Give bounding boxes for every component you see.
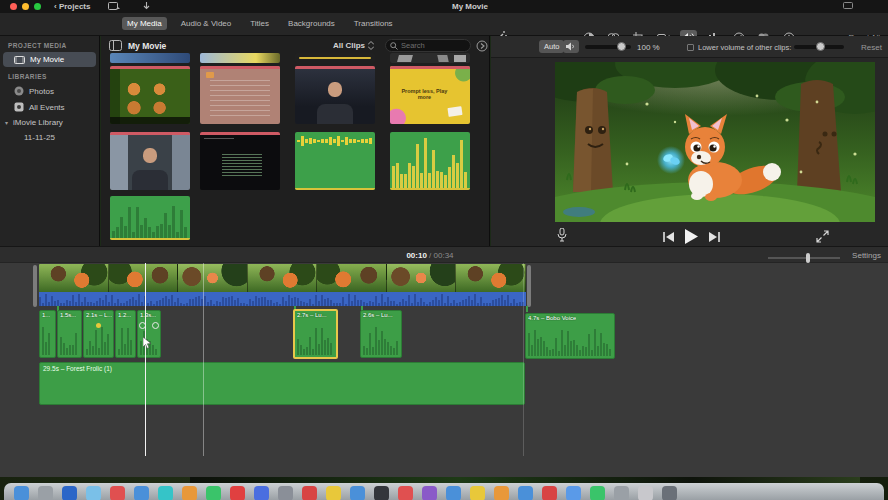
minimize-window-button[interactable] [22, 3, 29, 10]
media-thumb-partial[interactable] [295, 53, 375, 63]
media-thumb-audio[interactable] [295, 132, 375, 190]
dock-app-icon[interactable] [302, 486, 317, 500]
dock-app-icon[interactable] [350, 486, 365, 500]
sidebar-item-photos[interactable]: Photos [0, 83, 99, 99]
zoom-window-button[interactable] [34, 3, 41, 10]
dock-app-icon[interactable] [398, 486, 413, 500]
audio-clip[interactable]: 2.1s – L... [83, 310, 114, 358]
chevron-down-icon[interactable]: ▾ [5, 119, 8, 126]
next-frame-button[interactable] [709, 232, 720, 242]
fade-handle[interactable] [152, 322, 159, 329]
dock-icons[interactable] [14, 486, 677, 500]
timeline-settings-button[interactable]: Settings [852, 251, 881, 260]
mute-button[interactable] [563, 40, 579, 53]
dock-app-icon[interactable] [230, 486, 245, 500]
dock-app-icon[interactable] [470, 486, 485, 500]
download-arrow-icon[interactable] [142, 2, 151, 11]
dock-app-icon[interactable] [278, 486, 293, 500]
dock-app-icon[interactable] [494, 486, 509, 500]
browser-options-icon[interactable] [476, 40, 488, 52]
reset-button[interactable]: Reset [861, 43, 882, 52]
dock-app-icon[interactable] [326, 486, 341, 500]
media-thumb-talking-head[interactable] [295, 66, 375, 124]
search-field[interactable] [385, 39, 471, 52]
audio-clip[interactable]: 2.6s – Lu... [360, 310, 402, 358]
media-thumb-audio[interactable] [110, 196, 190, 240]
dock-app-icon[interactable] [254, 486, 269, 500]
music-clip[interactable]: 29.5s – Forest Frolic (1) [39, 362, 525, 405]
sidebar-item-my-movie[interactable]: My Movie [3, 52, 96, 67]
dock-app-icon[interactable] [182, 486, 197, 500]
all-clips-dropdown[interactable]: All Clips [333, 41, 374, 50]
tab-audio-video[interactable]: Audio & Video [176, 17, 237, 30]
media-thumb-terminal[interactable] [200, 132, 280, 190]
previous-frame-button[interactable] [663, 232, 674, 242]
fullscreen-icon[interactable] [816, 230, 829, 243]
dock-app-icon[interactable] [86, 486, 101, 500]
audio-clip-selected[interactable]: 2.7s – Lu... [293, 309, 338, 359]
lower-volume-knob[interactable] [816, 42, 825, 51]
tab-transitions[interactable]: Transitions [349, 17, 398, 30]
timeline-zoom-knob[interactable] [806, 253, 810, 263]
timeline-zoom-slider[interactable] [768, 257, 840, 259]
tab-backgrounds[interactable]: Backgrounds [283, 17, 340, 30]
close-window-button[interactable] [10, 3, 17, 10]
dock-app-icon[interactable] [446, 486, 461, 500]
timeline[interactable]: 1... 1.5s... 2.1s – L... 1.2... 1.3s... … [0, 263, 888, 477]
sidebar-toggle-icon[interactable] [109, 40, 122, 51]
sidebar-item-all-events[interactable]: All Events [0, 99, 99, 115]
dock-app-icon[interactable] [134, 486, 149, 500]
dock-app-icon[interactable] [590, 486, 605, 500]
volume-slider-knob[interactable] [617, 42, 626, 51]
dock-app-icon[interactable] [14, 486, 29, 500]
audio-clip[interactable]: 1.3s... [137, 310, 161, 358]
trim-handle-right[interactable] [527, 265, 531, 307]
search-input[interactable] [401, 41, 463, 50]
media-thumb-slide[interactable]: Prompt less, Play more [390, 66, 470, 124]
video-clip-audio-strip[interactable] [39, 292, 526, 306]
record-voiceover-icon[interactable] [557, 228, 567, 242]
dock-app-icon[interactable] [38, 486, 53, 500]
display-icon[interactable] [843, 2, 853, 10]
dock-app-icon[interactable] [566, 486, 581, 500]
media-thumb-partial[interactable] [390, 53, 470, 63]
audio-clip-voiceover[interactable]: 4.7s – Bobo Voice [525, 313, 615, 359]
import-media-icon[interactable] [108, 2, 120, 11]
dock-app-icon[interactable] [62, 486, 77, 500]
clip-badge[interactable] [96, 323, 101, 328]
audio-clip[interactable]: 1... [39, 310, 56, 358]
play-button[interactable] [684, 229, 698, 244]
auto-volume-button[interactable]: Auto [539, 40, 564, 53]
dock-app-icon[interactable] [662, 486, 677, 500]
playhead[interactable] [145, 263, 146, 456]
media-thumb-talking-head[interactable] [110, 132, 190, 190]
timeline-filmstrip-frames[interactable] [39, 264, 526, 292]
trim-handle-left[interactable] [33, 265, 37, 307]
tab-titles[interactable]: Titles [245, 17, 274, 30]
video-preview[interactable] [555, 62, 875, 222]
dock-app-icon[interactable] [158, 486, 173, 500]
audio-clip[interactable]: 1.2... [115, 310, 136, 358]
tab-my-media[interactable]: My Media [122, 17, 167, 30]
dock-app-icon[interactable] [542, 486, 557, 500]
dock-app-icon[interactable] [518, 486, 533, 500]
media-thumb-screen-recording[interactable] [110, 66, 190, 124]
media-thumb-partial[interactable] [110, 53, 190, 63]
sidebar-item-imovie-library[interactable]: ▾ iMovie Library [0, 115, 99, 130]
dock-app-icon[interactable] [206, 486, 221, 500]
lower-volume-slider[interactable] [794, 45, 844, 49]
dock-app-icon[interactable] [374, 486, 389, 500]
volume-slider[interactable] [585, 45, 631, 49]
sidebar-item-event-11-11-25[interactable]: 11-11-25 [0, 130, 99, 145]
media-thumb-audio[interactable] [390, 132, 470, 190]
projects-back-button[interactable]: ‹ Projects [54, 2, 90, 11]
audio-clip[interactable]: 1.5s... [57, 310, 82, 358]
dock-app-icon[interactable] [110, 486, 125, 500]
media-thumb-document[interactable] [200, 66, 280, 124]
lower-volume-checkbox[interactable] [687, 44, 694, 51]
media-thumb-partial[interactable] [200, 53, 280, 63]
dock-app-icon[interactable] [422, 486, 437, 500]
skimmer[interactable] [203, 263, 204, 456]
dock-app-icon[interactable] [614, 486, 629, 500]
dock-app-icon[interactable] [638, 486, 653, 500]
